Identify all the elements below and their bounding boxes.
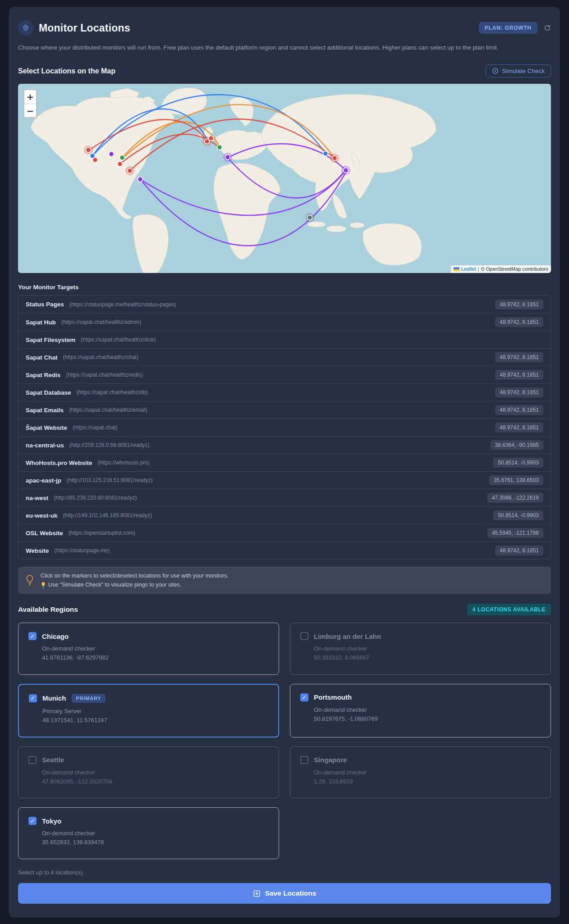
selection-limit-note: Select up to 4 location(s). bbox=[18, 869, 551, 876]
target-coordinates-badge: 50.8514, -0.9903 bbox=[493, 458, 543, 468]
region-card[interactable]: Munich PRIMARY Primary Server 48.1371541… bbox=[18, 684, 279, 737]
target-url: (https://statuspage.me) bbox=[55, 547, 110, 554]
region-card: Limburg an der Lahn On-demand checker 50… bbox=[290, 623, 551, 674]
ukraine-flag-icon bbox=[454, 267, 459, 271]
target-url: (https://sapat.chat/healthz/admin) bbox=[61, 319, 141, 325]
target-url: (https://sapat.chat/healthz/redis) bbox=[66, 372, 143, 378]
zoom-out-button[interactable]: − bbox=[24, 104, 36, 117]
target-coordinates-badge: 45.5945, -121.1786 bbox=[487, 528, 543, 538]
map-base-svg bbox=[18, 84, 551, 273]
simulate-check-button[interactable]: Simulate Check bbox=[486, 64, 551, 77]
region-details: Primary Server 48.1371541, 11.5761247 bbox=[42, 707, 268, 725]
marker-munich[interactable] bbox=[217, 145, 222, 150]
target-coordinates-badge: 48.9742, 8.1851 bbox=[495, 370, 543, 380]
target-name: Šapat Website bbox=[26, 424, 67, 431]
target-name: WhoHosts.pro Website bbox=[26, 460, 92, 466]
target-coordinates-badge: 48.9742, 8.1851 bbox=[495, 300, 543, 310]
region-checkbox[interactable] bbox=[28, 632, 37, 640]
attribution-separator: | bbox=[478, 266, 479, 272]
target-coordinates-badge: 48.9742, 8.1851 bbox=[495, 317, 543, 327]
targets-list: Status Pages (https://statuspage.me/heal… bbox=[18, 295, 551, 560]
region-checkbox[interactable] bbox=[29, 694, 37, 702]
marker-chicago[interactable] bbox=[120, 155, 125, 160]
target-name: Sapat Emails bbox=[26, 407, 64, 414]
page-description: Choose where your distributed monitors w… bbox=[18, 43, 537, 53]
zoom-in-button[interactable]: + bbox=[24, 90, 36, 104]
refresh-icon[interactable] bbox=[544, 24, 551, 32]
target-coordinates-badge: 48.9742, 8.1851 bbox=[495, 423, 543, 432]
target-url: (https://sapat.chat/healthz/email) bbox=[69, 407, 147, 413]
marker-asia-1[interactable] bbox=[323, 151, 328, 156]
target-url: (https://sapat.chat/healthz/disk) bbox=[81, 337, 156, 343]
region-details: On-demand checker 47.6062095, -122.33207… bbox=[42, 768, 269, 786]
marker-na-central[interactable] bbox=[128, 168, 133, 173]
region-checkbox[interactable] bbox=[300, 756, 308, 764]
region-card: Singapore On-demand checker 1.29, 103.85… bbox=[290, 746, 551, 798]
target-coordinates-badge: 48.9742, 8.1851 bbox=[495, 387, 543, 397]
regions-heading: Available Regions bbox=[18, 605, 78, 614]
region-name: Tokyo bbox=[42, 817, 61, 825]
play-circle-icon bbox=[492, 68, 499, 74]
marker-eu-2[interactable] bbox=[225, 155, 230, 160]
region-details: On-demand checker 50.383333, 8.066667 bbox=[314, 644, 541, 662]
target-row: Sapat Emails (https://sapat.chat/healthz… bbox=[18, 401, 551, 419]
region-coordinates: 35.652832, 139.839478 bbox=[42, 838, 269, 847]
location-pin-icon bbox=[18, 20, 33, 36]
monitor-locations-panel: Monitor Locations PLAN: GROWTH Choose wh… bbox=[9, 7, 560, 918]
marker-singapore[interactable] bbox=[307, 215, 312, 220]
region-coordinates: 41.8781136, -87.6297982 bbox=[42, 653, 269, 662]
target-row: Sapat Hub (https://sapat.chat/healthz/ad… bbox=[18, 313, 551, 331]
target-row: Šapat Website (https://sapat.chat) 48.97… bbox=[18, 419, 551, 436]
tip-box: Click on the markers to select/deselect … bbox=[18, 567, 551, 594]
region-card[interactable]: Chicago On-demand checker 41.8781136, -8… bbox=[18, 623, 279, 674]
world-map[interactable]: + − Leaflet | © OpenStreetMap contributo… bbox=[18, 84, 551, 273]
tip-line-1: Click on the markers to select/deselect … bbox=[41, 571, 229, 580]
page-title: Monitor Locations bbox=[39, 22, 130, 34]
target-coordinates-badge: 47.3066, -122.2619 bbox=[487, 493, 543, 503]
target-row: na-west (http://85.239.233.60:8081/ready… bbox=[18, 489, 551, 506]
marker-eu-1[interactable] bbox=[209, 136, 214, 141]
primary-badge: PRIMARY bbox=[72, 694, 106, 703]
target-url: (http://85.239.233.60:8081/readyz) bbox=[54, 495, 137, 501]
region-card[interactable]: Portsmouth On-demand checker 50.8197675,… bbox=[290, 684, 551, 737]
region-coordinates: 47.6062095, -122.3320708 bbox=[42, 777, 269, 786]
regions-grid: Chicago On-demand checker 41.8781136, -8… bbox=[18, 623, 551, 859]
locations-available-badge: 4 LOCATIONS AVAILABLE bbox=[467, 604, 551, 615]
region-details: On-demand checker 1.29, 103.8503 bbox=[314, 768, 541, 786]
marker-us-2[interactable] bbox=[109, 152, 114, 157]
target-url: (http://103.125.216.51:8081/readyz) bbox=[67, 477, 153, 483]
target-coordinates-badge: 48.9742, 8.1851 bbox=[495, 546, 543, 555]
region-name: Munich bbox=[42, 694, 66, 702]
region-coordinates: 48.1371541, 11.5761247 bbox=[42, 716, 268, 725]
region-checkbox[interactable] bbox=[28, 817, 37, 825]
target-url: (https://whohosts.pro) bbox=[98, 460, 150, 466]
target-url: (http://149.102.146.185:8081/readyz) bbox=[63, 512, 152, 519]
plan-badge: PLAN: GROWTH bbox=[479, 22, 537, 34]
target-name: Status Pages bbox=[26, 301, 64, 308]
leaflet-link[interactable]: Leaflet bbox=[461, 266, 476, 272]
region-name: Limburg an der Lahn bbox=[314, 633, 381, 640]
region-role: On-demand checker bbox=[314, 768, 541, 777]
region-coordinates: 50.383333, 8.066667 bbox=[314, 653, 541, 662]
map-zoom-control: + − bbox=[23, 89, 37, 118]
marker-us-3[interactable] bbox=[118, 162, 123, 167]
region-checkbox[interactable] bbox=[300, 693, 308, 701]
region-card: Seattle On-demand checker 47.6062095, -1… bbox=[18, 746, 279, 798]
region-checkbox[interactable] bbox=[300, 632, 308, 640]
region-role: On-demand checker bbox=[42, 644, 269, 653]
marker-us-4[interactable] bbox=[138, 177, 143, 182]
region-checkbox[interactable] bbox=[28, 756, 37, 764]
region-details: On-demand checker 50.8197675, -1.0880769 bbox=[314, 706, 541, 724]
marker-asia-2[interactable] bbox=[332, 156, 337, 161]
target-row: Sapat Database (https://sapat.chat/healt… bbox=[18, 383, 551, 401]
region-card[interactable]: Tokyo On-demand checker 35.652832, 139.8… bbox=[18, 807, 279, 859]
save-locations-button[interactable]: Save Locations bbox=[18, 883, 551, 904]
target-name: eu-west-uk bbox=[26, 512, 58, 519]
marker-us-1[interactable] bbox=[93, 158, 98, 163]
region-coordinates: 50.8197675, -1.0880769 bbox=[314, 715, 541, 724]
marker-seattle[interactable] bbox=[86, 148, 91, 153]
target-row: Sapat Filesystem (https://sapat.chat/hea… bbox=[18, 331, 551, 348]
target-row: OSL Website (https://openstartuplist.com… bbox=[18, 524, 551, 542]
osm-attribution[interactable]: © OpenStreetMap contributors bbox=[481, 266, 548, 272]
marker-tokyo[interactable] bbox=[344, 168, 349, 173]
